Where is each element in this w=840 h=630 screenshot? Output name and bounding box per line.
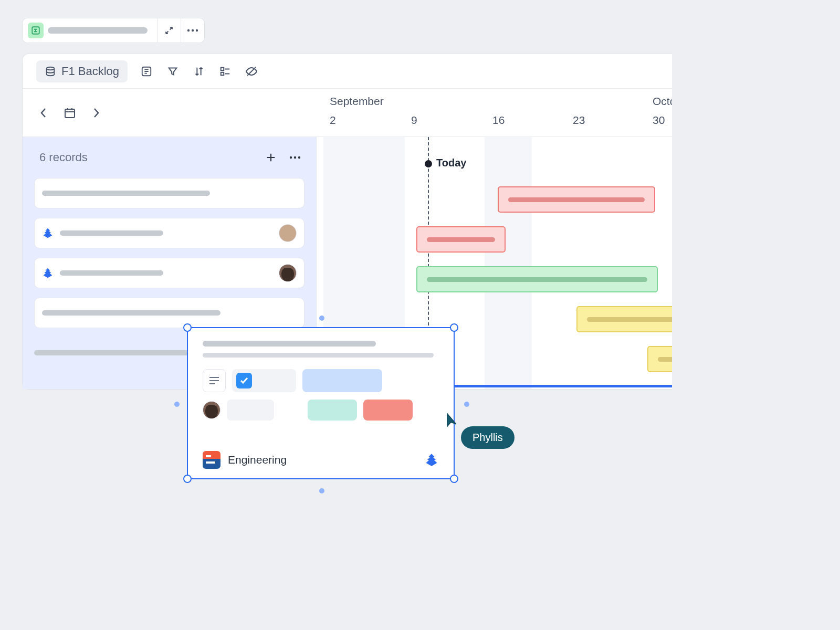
checklist-chip[interactable] [232, 369, 296, 392]
next-button[interactable] [89, 106, 103, 120]
record-card[interactable] [34, 178, 304, 208]
resize-handle[interactable] [450, 475, 458, 483]
hide-fields-icon[interactable] [244, 64, 259, 79]
window-toolbar [22, 18, 205, 43]
avatar [279, 224, 297, 242]
more-button[interactable] [181, 18, 204, 43]
timeline-nav [23, 89, 317, 136]
gantt-bar[interactable] [416, 226, 506, 253]
gantt-bar[interactable] [647, 346, 672, 372]
record-title-placeholder [34, 350, 197, 355]
svg-rect-7 [221, 72, 224, 75]
project-label: Engineering [228, 454, 287, 466]
svg-point-10 [294, 156, 296, 159]
resize-handle[interactable] [183, 475, 192, 483]
svg-point-9 [290, 156, 292, 159]
view-toolbar: F1 Backlog [23, 54, 672, 89]
today-label: Today [436, 157, 466, 169]
detail-subtitle-placeholder [203, 353, 434, 358]
svg-point-3 [196, 29, 198, 32]
timeline-scale[interactable]: September Octo 2 9 16 23 30 [317, 89, 672, 136]
record-card[interactable] [34, 298, 304, 328]
detail-title-placeholder [203, 341, 376, 346]
jira-icon [42, 227, 54, 239]
gantt-bar[interactable] [498, 186, 655, 213]
avatar [279, 264, 297, 282]
app-icon [28, 23, 44, 38]
collaborator-name: Phyllis [472, 432, 503, 443]
gantt-bar[interactable] [416, 266, 658, 292]
project-icon [203, 451, 220, 469]
description-icon[interactable] [203, 369, 226, 392]
jira-icon[interactable] [424, 453, 439, 467]
prev-button[interactable] [36, 106, 51, 120]
day-label: 30 [653, 114, 665, 127]
svg-rect-6 [221, 67, 224, 70]
day-label: 2 [330, 114, 336, 127]
month-label: Octo [653, 95, 672, 108]
gantt-bar[interactable] [576, 306, 672, 332]
day-label: 23 [573, 114, 585, 127]
collaborator-pill: Phyllis [461, 426, 514, 449]
sort-icon[interactable] [192, 64, 206, 79]
layout-icon[interactable] [139, 64, 154, 79]
add-record-button[interactable] [264, 150, 278, 165]
record-card[interactable] [34, 258, 304, 288]
resize-handle[interactable] [450, 323, 458, 332]
timeline-header-row: September Octo 2 9 16 23 30 [23, 89, 672, 137]
resize-handle[interactable] [183, 323, 192, 332]
svg-point-4 [47, 67, 55, 70]
record-title-placeholder [42, 310, 220, 316]
day-label: 9 [411, 114, 417, 127]
window-title-placeholder [48, 27, 148, 34]
svg-point-1 [187, 29, 190, 32]
today-dot [425, 160, 432, 167]
month-label: September [330, 95, 384, 108]
cursor-icon [446, 413, 460, 428]
record-card[interactable] [34, 218, 304, 248]
tag-chip[interactable] [308, 400, 357, 421]
record-title-placeholder [60, 270, 163, 276]
field-chip[interactable] [227, 400, 274, 421]
day-label: 16 [492, 114, 505, 127]
records-count: 6 records [39, 151, 88, 164]
group-icon[interactable] [218, 64, 233, 79]
svg-point-2 [192, 29, 194, 32]
check-icon [236, 373, 252, 388]
jira-icon [42, 267, 54, 279]
assignee-avatar[interactable] [203, 401, 220, 419]
status-chip[interactable] [302, 369, 382, 392]
svg-point-11 [298, 156, 300, 159]
expand-button[interactable] [158, 18, 181, 43]
view-name: F1 Backlog [61, 65, 119, 78]
filter-icon[interactable] [165, 64, 180, 79]
project-badge[interactable]: Engineering [203, 451, 287, 469]
calendar-icon[interactable] [62, 106, 77, 120]
record-title-placeholder [60, 230, 163, 236]
view-selector[interactable]: F1 Backlog [36, 60, 128, 82]
records-more-button[interactable] [288, 150, 302, 165]
tag-chip[interactable] [363, 400, 413, 421]
record-detail-card[interactable]: Engineering [187, 327, 455, 479]
svg-rect-8 [65, 109, 75, 118]
record-title-placeholder [42, 191, 210, 196]
